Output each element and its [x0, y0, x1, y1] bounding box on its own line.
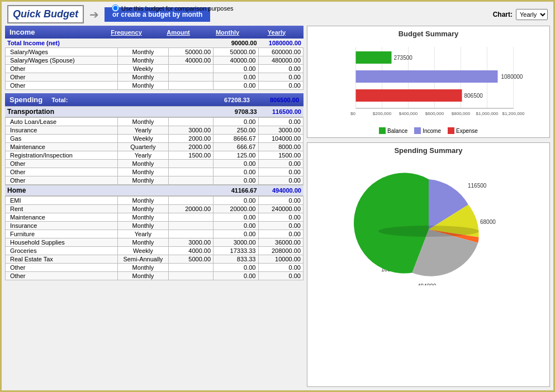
spending-row: Insurance Yearly 3000.00 250.00 3000.00 — [6, 126, 303, 135]
use-budget-label: Use this budget for comparison purposes — [121, 5, 234, 12]
arrow-icon: ➔ — [89, 8, 99, 21]
yearly-col-header: Yearly — [254, 29, 299, 36]
bar-chart-svg: 273500 1080000 806500 $0 $200,000 $400,0… — [311, 41, 546, 125]
freq-col-header: Frequency — [101, 29, 151, 36]
spending-total-monthly: 67208.33 — [205, 97, 250, 103]
legend-expense: Expense — [448, 127, 478, 134]
amount-col-header: Amount — [156, 29, 201, 36]
total-income-monthly: 90000.00 — [212, 40, 257, 46]
svg-text:273500: 273500 — [394, 55, 413, 61]
spending-row: Registration/Inspection Yearly 1500.00 1… — [6, 151, 303, 160]
budget-chart-box: Budget Summary 273500 — [307, 26, 550, 138]
spending-row: Insurance Monthly 0.00 0.00 — [6, 222, 303, 230]
spending-table: EMI Monthly 0.00 0.00 Rent Monthly 20000… — [5, 196, 303, 280]
svg-text:$1,200,000: $1,200,000 — [502, 111, 525, 116]
income-row: Other Weekly 0.00 0.00 — [6, 65, 303, 73]
spending-row: Maintenance Monthly 0.00 0.00 — [6, 213, 303, 222]
svg-text:$200,000: $200,000 — [373, 111, 392, 116]
pie-chart-svg: 116500 68000 0 108000 494000 — [350, 157, 507, 285]
spending-row: Other Monthly 0.00 0.00 — [6, 160, 303, 168]
spending-group: Home 41166.67 494000.00 EMI Monthly 0.00… — [5, 185, 303, 280]
spending-table: Auto Loan/Lease Monthly 0.00 0.00 Insura… — [5, 117, 303, 185]
spending-row: Other Monthly 0.00 0.00 — [6, 272, 303, 280]
monthly-col-header: Monthly — [205, 29, 250, 36]
logo-box: Quick Budget — [7, 5, 84, 23]
spending-chart-box: Spending Summary 116500 68000 — [307, 142, 550, 387]
spending-row: Maintenance Quarterly 2000.00 666.67 800… — [6, 143, 303, 151]
svg-text:$400,000: $400,000 — [399, 111, 418, 116]
svg-text:$600,000: $600,000 — [425, 111, 444, 116]
total-income-yearly: 1080000.00 — [257, 40, 301, 46]
income-label: Income — [10, 28, 35, 36]
income-row: Salary/Wages (Spouse) Monthly 40000.00 4… — [6, 56, 303, 65]
left-panel: Income Frequency Amount Monthly Yearly T… — [5, 26, 307, 387]
right-panel: Budget Summary 273500 — [307, 26, 550, 387]
svg-text:$800,000: $800,000 — [452, 111, 471, 116]
spending-row: Real Estate Tax Semi-Annually 5000.00 83… — [6, 255, 303, 264]
svg-text:494000: 494000 — [418, 283, 437, 285]
chart-label: Chart: — [493, 11, 513, 18]
group-header-row: Home 41166.67 494000.00 — [5, 185, 303, 196]
spending-row: Other Monthly 0.00 0.00 — [6, 264, 303, 272]
svg-text:$1,000,000: $1,000,000 — [476, 111, 499, 116]
income-table: Salary/Wages Monthly 50000.00 50000.00 6… — [5, 47, 303, 90]
pie-shadow — [378, 226, 479, 237]
income-row: Salary/Wages Monthly 50000.00 50000.00 6… — [6, 48, 303, 56]
svg-text:1080000: 1080000 — [501, 74, 523, 80]
income-bar — [356, 70, 498, 83]
svg-text:$0: $0 — [350, 111, 355, 116]
spending-row: Gas Weekly 2000.00 8666.67 104000.00 — [6, 135, 303, 143]
pie-chart-container: 116500 68000 0 108000 494000 — [311, 157, 546, 285]
spending-total-yearly: 806500.00 — [254, 97, 299, 103]
spending-row: Other Monthly 0.00 0.00 — [6, 168, 303, 176]
spending-row: Other Monthly 0.00 0.00 — [6, 176, 303, 185]
spending-section: Spending Total: 67208.33 806500.00 Trans… — [5, 93, 303, 280]
spending-label: Spending — [10, 95, 42, 104]
total-income-label: Total Income (net) — [7, 40, 118, 46]
app-title: Quick Budget — [13, 8, 78, 20]
income-section: Income Frequency Amount Monthly Yearly T… — [5, 26, 303, 90]
income-header: Income Frequency Amount Monthly Yearly — [5, 26, 303, 39]
spending-header: Spending Total: 67208.33 806500.00 — [5, 93, 303, 106]
bar-chart-area: 273500 1080000 806500 $0 $200,000 $400,0… — [311, 41, 546, 125]
spending-row: Groceries Weekly 4000.00 17333.33 208000… — [6, 247, 303, 255]
income-total-row: Total Income (net) 90000.00 1080000.00 — [5, 39, 303, 47]
svg-text:116500: 116500 — [468, 183, 487, 189]
legend-balance: Balance — [379, 127, 407, 134]
svg-text:68000: 68000 — [480, 219, 496, 225]
spending-row: Furniture Yearly 0.00 0.00 — [6, 230, 303, 238]
income-row: Other Monthly 0.00 0.00 — [6, 82, 303, 90]
group-header-row: Transportation 9708.33 116500.00 — [5, 106, 303, 117]
chart-select[interactable]: Yearly — [516, 9, 548, 20]
svg-text:806500: 806500 — [464, 93, 483, 99]
pie-slice-6 — [354, 173, 429, 274]
spending-row: EMI Monthly 0.00 0.00 — [6, 197, 303, 205]
spending-row: Rent Monthly 20000.00 20000.00 240000.00 — [6, 205, 303, 213]
chart-legend: Balance Income Expense — [311, 127, 546, 134]
budget-chart-title: Budget Summary — [311, 30, 546, 38]
legend-income: Income — [414, 127, 441, 134]
spending-row: Household Supplies Monthly 3000.00 3000.… — [6, 238, 303, 247]
income-row: Other Monthly 0.00 0.00 — [6, 73, 303, 82]
spending-group: Transportation 9708.33 116500.00 Auto Lo… — [5, 106, 303, 185]
spending-total-label: Total: — [51, 97, 68, 103]
use-budget-radio[interactable] — [112, 4, 119, 12]
expense-bar — [356, 89, 462, 102]
spending-chart-title: Spending Summary — [311, 146, 546, 155]
spending-row: Auto Loan/Lease Monthly 0.00 0.00 — [6, 118, 303, 126]
balance-bar — [356, 51, 392, 64]
